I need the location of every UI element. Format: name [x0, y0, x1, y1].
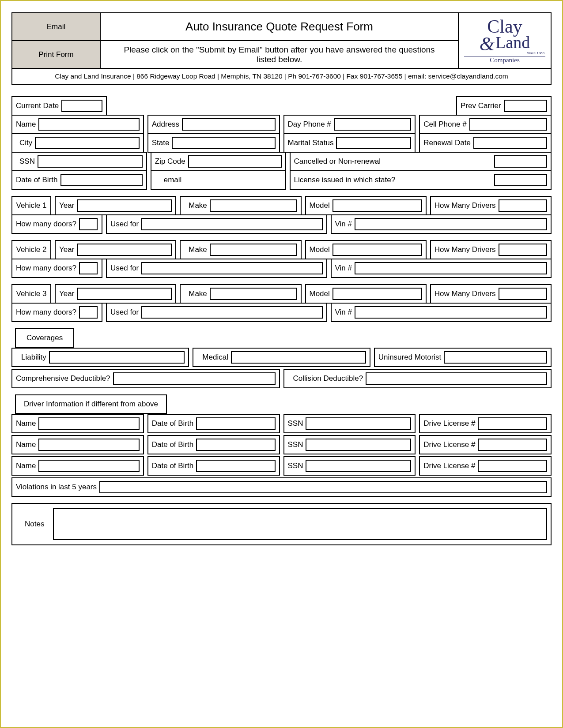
vehicle-3-model[interactable]: Model — [305, 284, 427, 304]
vehicle-1-model[interactable]: Model — [305, 196, 427, 215]
print-button[interactable]: Print Form — [12, 41, 100, 68]
email-button[interactable]: Email — [12, 13, 100, 41]
personal-info: Current Date Prev Carrier Name Address D… — [11, 96, 552, 190]
form-title: Auto Insurance Quote Request Form — [100, 13, 458, 41]
driver-1-name[interactable]: Name — [11, 414, 144, 433]
vehicle-2-doors[interactable]: How many doors? — [11, 259, 102, 278]
coverages-title: Coverages — [15, 328, 74, 348]
notes-field[interactable]: Notes — [11, 503, 552, 545]
name-field[interactable]: Name — [11, 115, 144, 134]
prev-carrier-field[interactable]: Prev Carrier — [456, 96, 552, 116]
vehicle-3-label: Vehicle 3 — [11, 284, 51, 304]
vehicle-3-usedfor[interactable]: Used for — [106, 303, 327, 322]
current-date-field[interactable]: Current Date — [11, 96, 107, 116]
vehicle-1-label: Vehicle 1 — [11, 196, 51, 215]
ssn-field[interactable]: SSN — [11, 152, 147, 171]
vehicle-3-doors[interactable]: How many doors? — [11, 303, 102, 322]
vehicle-2-label: Vehicle 2 — [11, 240, 51, 259]
vehicle-2-vin[interactable]: Vin # — [331, 259, 552, 278]
vehicle-2-usedfor[interactable]: Used for — [106, 259, 327, 278]
driver-3-license[interactable]: Drive License # — [419, 456, 552, 476]
zip-field[interactable]: Zip Code — [151, 152, 286, 171]
uninsured-field[interactable]: Uninsured Motorist — [374, 348, 552, 367]
vehicle-3-vin[interactable]: Vin # — [331, 303, 552, 322]
vehicle-3-year[interactable]: Year — [55, 284, 176, 304]
cancelled-field[interactable]: Cancelled or Non-renewal — [290, 152, 552, 171]
logo: Clay &Land Since 1960 Companies — [458, 13, 551, 68]
vehicle-3-make[interactable]: Make — [180, 284, 301, 304]
driver-1-license[interactable]: Drive License # — [419, 414, 552, 433]
email-field[interactable]: email — [151, 170, 286, 190]
driver-info-title: Driver Information if different from abo… — [15, 394, 167, 414]
vehicle-1-make[interactable]: Make — [180, 196, 301, 215]
driver-3-dob[interactable]: Date of Birth — [147, 456, 280, 476]
cellphone-field[interactable]: Cell Phone # — [419, 115, 552, 134]
notes-section: Notes — [11, 503, 552, 545]
driver-3-name[interactable]: Name — [11, 456, 144, 476]
vehicle-3: Vehicle 3 Year Make Model How Many Drive… — [11, 284, 552, 322]
driver-info-section: Driver Information if different from abo… — [11, 394, 552, 497]
address-field[interactable]: Address — [147, 115, 280, 134]
dob-field[interactable]: Date of Birth — [11, 170, 147, 190]
vehicle-1-vin[interactable]: Vin # — [331, 214, 552, 234]
dayphone-field[interactable]: Day Phone # — [283, 115, 416, 134]
driver-2-dob[interactable]: Date of Birth — [147, 435, 280, 454]
prev-carrier-input[interactable] — [504, 100, 547, 112]
form-subtitle: Please click on the "Submit by Email" bu… — [100, 41, 458, 68]
vehicle-1-usedfor[interactable]: Used for — [106, 214, 327, 234]
driver-1-dob[interactable]: Date of Birth — [147, 414, 280, 433]
driver-1-ssn[interactable]: SSN — [283, 414, 416, 433]
vehicle-2-drivers[interactable]: How Many Drivers — [430, 240, 552, 259]
vehicle-3-drivers[interactable]: How Many Drivers — [430, 284, 552, 304]
collision-deductible-field[interactable]: Collision Deductible? — [283, 369, 552, 388]
driver-3-ssn[interactable]: SSN — [283, 456, 416, 476]
current-date-label: Current Date — [16, 101, 59, 110]
license-state-field[interactable]: License issued in which state? — [290, 170, 552, 190]
logo-sub: Companies — [459, 56, 551, 64]
state-field[interactable]: State — [147, 133, 280, 153]
comp-deductible-field[interactable]: Comprehensive Deductible? — [11, 369, 280, 388]
driver-2-name[interactable]: Name — [11, 435, 144, 454]
medical-field[interactable]: Medical — [193, 348, 370, 367]
driver-2-ssn[interactable]: SSN — [283, 435, 416, 454]
vehicle-1-year[interactable]: Year — [55, 196, 176, 215]
vehicle-2-model[interactable]: Model — [305, 240, 427, 259]
coverages-section: Coverages Liability Medical Uninsured Mo… — [11, 328, 552, 388]
marital-field[interactable]: Marital Status — [283, 133, 416, 153]
liability-field[interactable]: Liability — [11, 348, 189, 367]
vehicle-2-year[interactable]: Year — [55, 240, 176, 259]
vehicle-1: Vehicle 1 Year Make Model How Many Drive… — [11, 196, 552, 234]
renewal-field[interactable]: Renewal Date — [419, 133, 552, 153]
contact-info: Clay and Land Insurance | 866 Ridgeway L… — [12, 68, 551, 84]
vehicle-1-drivers[interactable]: How Many Drivers — [430, 196, 552, 215]
violations-field[interactable]: Violations in last 5 years — [11, 477, 552, 497]
city-field[interactable]: City — [11, 133, 144, 153]
vehicle-1-doors[interactable]: How many doors? — [11, 214, 102, 234]
vehicle-2: Vehicle 2 Year Make Model How Many Drive… — [11, 240, 552, 278]
driver-2-license[interactable]: Drive License # — [419, 435, 552, 454]
header-block: Email Auto Insurance Quote Request Form … — [11, 12, 552, 85]
current-date-input[interactable] — [61, 100, 102, 112]
vehicle-2-make[interactable]: Make — [180, 240, 301, 259]
prev-carrier-label: Prev Carrier — [461, 101, 501, 110]
